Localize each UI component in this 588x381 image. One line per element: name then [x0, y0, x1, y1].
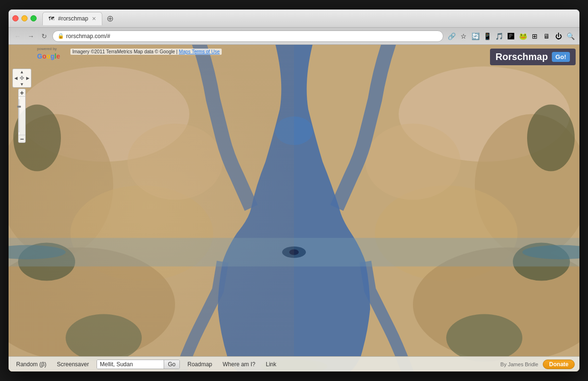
minimize-button[interactable] — [21, 15, 28, 21]
power-icon[interactable]: ⏻ — [553, 31, 564, 41]
search-icon[interactable]: 🔍 — [565, 31, 576, 41]
svg-point-15 — [446, 314, 522, 362]
rorschmap-go-button[interactable]: Go! — [552, 52, 570, 62]
url-text: rorschmap.com/# — [66, 33, 110, 40]
emoji-icon[interactable]: 🐸 — [518, 31, 528, 41]
close-button[interactable] — [12, 15, 19, 21]
pan-west[interactable]: ◀ — [13, 75, 19, 81]
pan-ne[interactable] — [25, 69, 31, 75]
svg-point-10 — [365, 124, 461, 200]
attribution-text: Imagery ©2011 TerraMetrics Map data © Go… — [72, 49, 177, 54]
link-icon[interactable]: 🔗 — [446, 31, 457, 41]
forward-button[interactable]: → — [26, 31, 36, 41]
donate-button[interactable]: Donate — [543, 360, 575, 369]
new-tab-button[interactable]: ⊕ — [104, 13, 116, 24]
url-field[interactable]: 🔒 rorschmap.com/# — [52, 30, 443, 42]
where-am-i-button[interactable]: Where am I? — [220, 360, 258, 369]
tab-bar: 🗺 #rorschmap ✕ ⊕ — [42, 12, 576, 25]
parking-icon[interactable]: 🅿 — [506, 31, 516, 41]
roadmap-button[interactable]: Roadmap — [185, 360, 215, 369]
reload-icon[interactable]: 🔄 — [470, 31, 480, 41]
back-button[interactable]: ← — [12, 31, 23, 41]
pan-nw[interactable] — [13, 69, 19, 75]
svg-point-16 — [527, 105, 575, 171]
pan-se[interactable] — [25, 81, 31, 87]
attribution-link[interactable]: Maps Terms of Use — [179, 49, 220, 54]
zoom-out-button[interactable]: − — [19, 135, 25, 142]
location-input[interactable] — [97, 360, 164, 369]
bookmark-icon[interactable]: ☆ — [458, 31, 469, 41]
link-button[interactable]: Link — [263, 360, 279, 369]
pan-north[interactable]: ▲ — [19, 69, 25, 75]
security-icon: 🔒 — [58, 33, 64, 39]
random-button[interactable]: Random (β) — [13, 360, 49, 369]
map-canvas — [9, 45, 579, 371]
pan-center[interactable]: ✥ — [19, 75, 25, 81]
refresh-button[interactable]: ↻ — [39, 31, 49, 41]
zoom-in-button[interactable]: + — [19, 89, 25, 97]
tab-label: #rorschmap — [58, 15, 88, 22]
address-bar: ← → ↻ 🔒 rorschmap.com/# 🔗 ☆ 🔄 📱 🎵 🅿 🐸 ⊞ … — [9, 28, 579, 45]
tab-favicon: 🗺 — [49, 15, 54, 22]
bottom-toolbar: Random (β) Screensaver Go Roadmap Where … — [9, 356, 579, 371]
window-controls — [12, 15, 37, 21]
rorschmap-logo: Rorschmap Go! — [490, 49, 576, 65]
map-area[interactable]: powered by Google Imagery ©2011 TerraMet… — [9, 45, 579, 371]
powered-by-label: powered by — [37, 47, 57, 51]
pan-sw[interactable] — [13, 81, 19, 87]
title-bar: 🗺 #rorschmap ✕ ⊕ — [9, 10, 579, 28]
pan-south[interactable]: ▼ — [19, 81, 25, 87]
google-logo: Google — [37, 52, 60, 60]
browser-toolbar-icons: 🔗 ☆ 🔄 📱 🎵 🅿 🐸 ⊞ 🖥 ⏻ 🔍 — [446, 31, 576, 41]
map-controls: ▲ ◀ ✥ ▶ ▼ + − — [12, 69, 31, 143]
location-go-button[interactable]: Go — [164, 360, 179, 369]
rorschmap-title: Rorschmap — [496, 51, 548, 62]
svg-rect-25 — [9, 45, 294, 371]
browser-tab[interactable]: 🗺 #rorschmap ✕ — [42, 12, 102, 25]
tab-close-icon[interactable]: ✕ — [92, 16, 96, 22]
location-input-wrap: Go — [97, 360, 180, 369]
map-attribution: Imagery ©2011 TerraMetrics Map data © Go… — [70, 49, 222, 55]
maximize-button[interactable] — [30, 15, 37, 21]
music-icon[interactable]: 🎵 — [494, 31, 504, 41]
content-area: powered by Google Imagery ©2011 TerraMet… — [9, 45, 579, 371]
screensaver-button[interactable]: Screensaver — [54, 360, 92, 369]
zoom-slider[interactable] — [19, 97, 20, 135]
grid-icon[interactable]: ⊞ — [529, 31, 540, 41]
pan-east[interactable]: ▶ — [25, 75, 31, 81]
by-label: By James Bridle — [500, 361, 538, 367]
mobile-icon[interactable]: 📱 — [482, 31, 492, 41]
screen-icon[interactable]: 🖥 — [541, 31, 552, 41]
browser-window: 🗺 #rorschmap ✕ ⊕ ← → ↻ 🔒 rorschmap.com/#… — [9, 10, 579, 371]
